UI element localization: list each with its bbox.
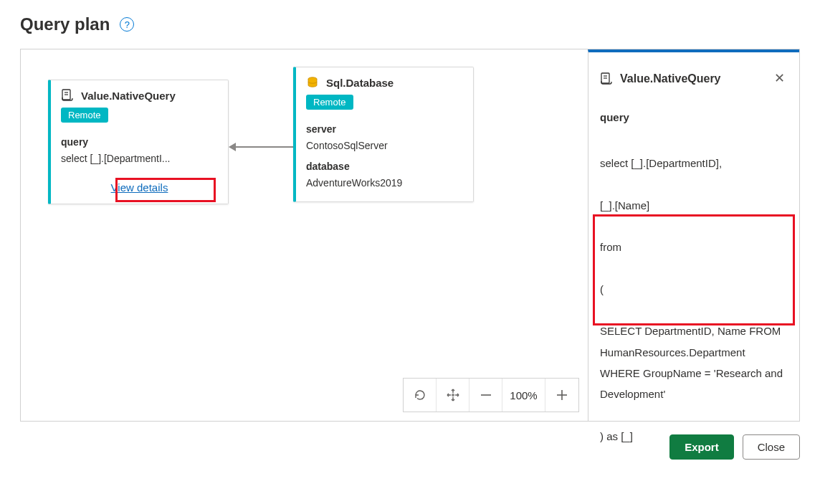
node-value-nativequery[interactable]: Value.NativeQuery Remote query select [_… <box>48 80 229 204</box>
close-details-button[interactable]: ✕ <box>771 65 788 92</box>
fit-view-button[interactable] <box>437 379 469 412</box>
query-line: from <box>600 237 788 257</box>
details-query-label: query <box>600 108 788 128</box>
query-preview: select [_].[DepartmentI... <box>61 151 218 167</box>
node-title: Sql.Database <box>326 77 394 89</box>
details-header: Value.NativeQuery ✕ <box>600 65 788 92</box>
database-label: database <box>306 158 463 175</box>
dialog-header: Query plan ? <box>20 14 800 34</box>
connector-arrowhead <box>229 143 236 151</box>
server-label: server <box>306 121 463 138</box>
view-details-link[interactable]: View details <box>111 181 168 194</box>
node-sql-database[interactable]: Sql.Database Remote server ContosoSqlSer… <box>293 67 474 202</box>
script-icon <box>61 89 74 102</box>
query-line: ) as [_] <box>600 426 788 447</box>
query-line: SELECT DepartmentID, Name FROM HumanReso… <box>600 320 788 404</box>
script-icon <box>600 72 613 85</box>
database-value: AdventureWorks2019 <box>306 175 463 191</box>
query-line: ( <box>600 279 788 300</box>
reset-view-button[interactable] <box>404 379 437 412</box>
node-body: server ContosoSqlServer database Adventu… <box>296 121 473 201</box>
server-value: ContosoSqlServer <box>306 138 463 154</box>
details-panel: Value.NativeQuery ✕ query select [_].[De… <box>588 49 799 421</box>
node-header: Value.NativeQuery <box>51 80 228 108</box>
node-title: Value.NativeQuery <box>81 90 176 102</box>
query-line: [_].[Name] <box>600 195 788 216</box>
query-line: select [_].[DepartmentID], <box>600 153 788 173</box>
database-icon <box>306 76 319 89</box>
node-header: Sql.Database <box>296 67 473 95</box>
connector-line <box>234 146 293 148</box>
query-line: where [_].[DepartmentID] <> 2 <box>600 467 788 474</box>
zoom-toolbar: 100% <box>403 378 579 412</box>
details-query-text: select [_].[DepartmentID], [_].[Name] fr… <box>600 132 788 474</box>
query-label: query <box>61 134 218 151</box>
details-title: Value.NativeQuery <box>620 68 721 90</box>
zoom-level: 100% <box>502 379 545 412</box>
remote-badge: Remote <box>306 95 353 110</box>
node-body: query select [_].[DepartmentI... <box>51 134 228 177</box>
remote-badge: Remote <box>61 108 108 123</box>
help-icon[interactable]: ? <box>120 17 134 32</box>
svg-point-4 <box>452 394 454 396</box>
zoom-out-button[interactable] <box>469 379 502 412</box>
workspace: Value.NativeQuery Remote query select [_… <box>20 49 800 422</box>
page-title: Query plan <box>20 14 110 34</box>
query-plan-canvas[interactable]: Value.NativeQuery Remote query select [_… <box>21 49 588 421</box>
zoom-in-button[interactable] <box>545 379 578 412</box>
